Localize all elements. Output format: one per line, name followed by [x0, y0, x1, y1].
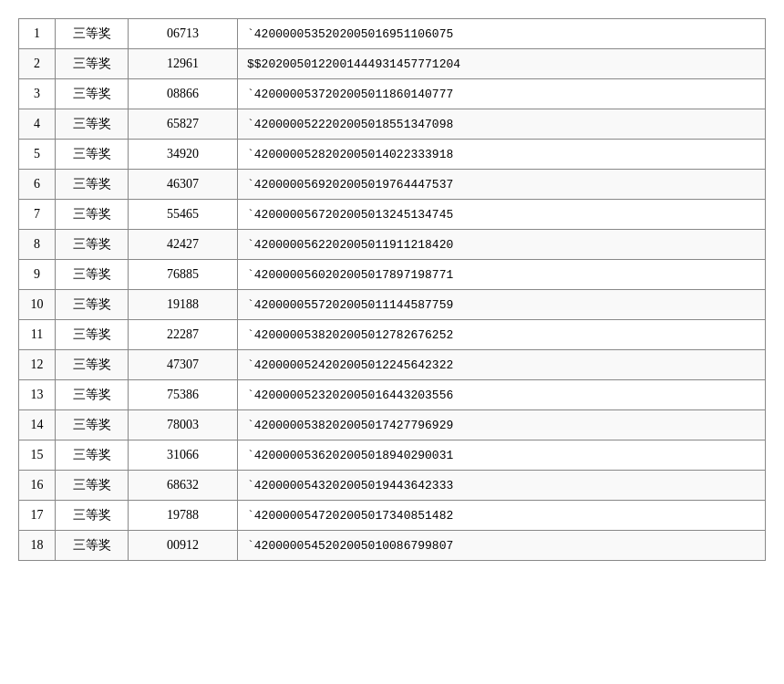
ticket-code: `4200000535202005016951106075	[238, 19, 766, 49]
ticket-number: 08866	[129, 79, 238, 109]
ticket-number: 34920	[129, 140, 238, 170]
ticket-number: 55465	[129, 200, 238, 230]
row-index: 12	[19, 350, 56, 380]
ticket-code: `4200000557202005011144587759	[238, 290, 766, 320]
table-row: 16三等奖68632`4200000543202005019443642333	[19, 471, 766, 501]
row-index: 5	[19, 140, 56, 170]
table-row: 6三等奖46307`4200000569202005019764447537	[19, 170, 766, 200]
ticket-number: 19788	[129, 501, 238, 531]
prize-type: 三等奖	[56, 410, 129, 440]
ticket-number: 68632	[129, 471, 238, 501]
row-index: 14	[19, 410, 56, 440]
ticket-number: 06713	[129, 19, 238, 49]
row-index: 2	[19, 49, 56, 79]
prize-type: 三等奖	[56, 79, 129, 109]
ticket-code: `4200000528202005014022333918	[238, 140, 766, 170]
ticket-code: `4200000560202005017897198771	[238, 260, 766, 290]
prize-type: 三等奖	[56, 230, 129, 260]
prize-type: 三等奖	[56, 170, 129, 200]
row-index: 17	[19, 501, 56, 531]
table-row: 18三等奖00912`4200000545202005010086799807	[19, 531, 766, 561]
table-row: 13三等奖75386`4200000523202005016443203556	[19, 380, 766, 410]
row-index: 9	[19, 260, 56, 290]
prize-type: 三等奖	[56, 290, 129, 320]
ticket-number: 00912	[129, 531, 238, 561]
ticket-code: `4200000569202005019764447537	[238, 170, 766, 200]
ticket-code: `4200000536202005018940290031	[238, 440, 766, 471]
ticket-code: `4200000543202005019443642333	[238, 471, 766, 501]
ticket-code: `4200000537202005011860140777	[238, 79, 766, 109]
prize-type: 三等奖	[56, 49, 129, 79]
prize-type: 三等奖	[56, 109, 129, 140]
row-index: 11	[19, 320, 56, 350]
row-index: 18	[19, 531, 56, 561]
table-row: 8三等奖42427`4200000562202005011911218420	[19, 230, 766, 260]
prize-type: 三等奖	[56, 260, 129, 290]
prize-type: 三等奖	[56, 140, 129, 170]
table-row: 1三等奖06713`4200000535202005016951106075	[19, 19, 766, 49]
row-index: 10	[19, 290, 56, 320]
row-index: 6	[19, 170, 56, 200]
table-row: 11三等奖22287`4200000538202005012782676252	[19, 320, 766, 350]
row-index: 16	[19, 471, 56, 501]
row-index: 3	[19, 79, 56, 109]
ticket-code: `4200000522202005018551347098	[238, 109, 766, 140]
row-index: 1	[19, 19, 56, 49]
prize-type: 三等奖	[56, 200, 129, 230]
prize-type: 三等奖	[56, 320, 129, 350]
table-row: 4三等奖65827`4200000522202005018551347098	[19, 109, 766, 140]
ticket-code: `4200000547202005017340851482	[238, 501, 766, 531]
table-row: 7三等奖55465`4200000567202005013245134745	[19, 200, 766, 230]
prize-type: 三等奖	[56, 440, 129, 471]
prize-type: 三等奖	[56, 19, 129, 49]
ticket-number: 47307	[129, 350, 238, 380]
ticket-number: 12961	[129, 49, 238, 79]
ticket-number: 22287	[129, 320, 238, 350]
table-row: 9三等奖76885`4200000560202005017897198771	[19, 260, 766, 290]
ticket-number: 78003	[129, 410, 238, 440]
row-index: 7	[19, 200, 56, 230]
prize-type: 三等奖	[56, 380, 129, 410]
table-row: 3三等奖08866`4200000537202005011860140777	[19, 79, 766, 109]
prize-type: 三等奖	[56, 471, 129, 501]
prize-table: 1三等奖06713`42000005352020050169511060752三…	[18, 18, 766, 561]
ticket-code: `4200000523202005016443203556	[238, 380, 766, 410]
table-row: 15三等奖31066`4200000536202005018940290031	[19, 440, 766, 471]
row-index: 8	[19, 230, 56, 260]
ticket-number: 76885	[129, 260, 238, 290]
table-row: 17三等奖19788`4200000547202005017340851482	[19, 501, 766, 531]
ticket-number: 19188	[129, 290, 238, 320]
ticket-code: `4200000562202005011911218420	[238, 230, 766, 260]
ticket-number: 65827	[129, 109, 238, 140]
row-index: 4	[19, 109, 56, 140]
table-row: 14三等奖78003`4200000538202005017427796929	[19, 410, 766, 440]
table-row: 10三等奖19188`4200000557202005011144587759	[19, 290, 766, 320]
prize-type: 三等奖	[56, 501, 129, 531]
ticket-number: 31066	[129, 440, 238, 471]
main-container: 1三等奖06713`42000005352020050169511060752三…	[18, 18, 766, 561]
ticket-number: 46307	[129, 170, 238, 200]
table-row: 5三等奖34920`4200000528202005014022333918	[19, 140, 766, 170]
ticket-number: 75386	[129, 380, 238, 410]
ticket-code: `4200000538202005012782676252	[238, 320, 766, 350]
prize-type: 三等奖	[56, 531, 129, 561]
row-index: 13	[19, 380, 56, 410]
ticket-code: `4200000538202005017427796929	[238, 410, 766, 440]
table-row: 2三等奖12961$$20200501220014449314577712​04	[19, 49, 766, 79]
prize-type: 三等奖	[56, 350, 129, 380]
ticket-code: `4200000545202005010086799807	[238, 531, 766, 561]
ticket-number: 42427	[129, 230, 238, 260]
ticket-code: `4200000524202005012245642322	[238, 350, 766, 380]
row-index: 15	[19, 440, 56, 471]
ticket-code: $$20200501220014449314577712​04	[238, 49, 766, 79]
table-row: 12三等奖47307`4200000524202005012245642322	[19, 350, 766, 380]
ticket-code: `4200000567202005013245134745	[238, 200, 766, 230]
